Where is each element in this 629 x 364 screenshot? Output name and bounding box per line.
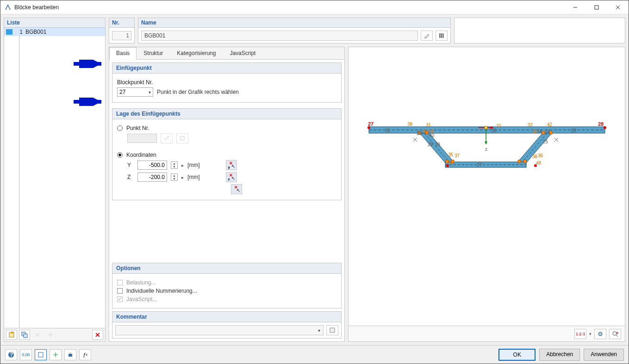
library-button[interactable] [436, 31, 448, 41]
pick-y-button[interactable]: ✕y↖ [226, 160, 237, 170]
dropdown-arrow-icon[interactable]: ▾ [589, 332, 592, 336]
tab-javascript[interactable]: JavaScript [223, 47, 262, 59]
pick-xy-button[interactable]: ✕↖ [231, 184, 242, 194]
svg-text:23: 23 [571, 128, 577, 133]
radio-koordinaten[interactable] [117, 152, 123, 158]
svg-rect-13 [181, 136, 184, 140]
svg-rect-42 [523, 160, 526, 163]
section-kommentar: Kommentar ▾ [112, 311, 342, 339]
svg-text:34: 34 [537, 129, 542, 134]
tabs: Basis Struktur Kategorisierung JavaScrip… [109, 47, 344, 60]
svg-text:32: 32 [528, 123, 533, 128]
svg-rect-7 [24, 334, 27, 338]
list-item-nr: 1 [15, 29, 23, 35]
y-input[interactable] [137, 160, 167, 170]
section-title-kommentar: Kommentar [112, 312, 341, 322]
view-mode-1-button[interactable] [35, 349, 47, 360]
graphic-toolbar: 1·2·3 ▾ [349, 326, 625, 341]
svg-rect-41 [518, 160, 521, 163]
name-header: Name [138, 18, 450, 28]
close-button[interactable] [607, 0, 629, 14]
svg-text:28: 28 [598, 121, 604, 127]
maximize-button[interactable] [586, 0, 607, 14]
tab-struktur[interactable]: Struktur [137, 47, 170, 59]
list-header: Liste [4, 18, 105, 28]
svg-text:29: 29 [428, 142, 433, 147]
z-input[interactable] [137, 173, 167, 182]
chevron-down-icon: ▾ [149, 90, 151, 95]
view-mode-3-button[interactable] [64, 349, 76, 360]
svg-text:?: ? [10, 352, 13, 358]
y-unit: [mm] [187, 162, 200, 168]
section-lage: Lage des Einfügepunkts Punkt Nr. [112, 108, 342, 200]
name-box: Name [138, 18, 451, 43]
list-body: 1 BGB001 [4, 28, 105, 328]
svg-text:33: 33 [492, 128, 497, 133]
units-button[interactable]: 0,00 [20, 349, 32, 360]
copy-item-button[interactable] [19, 330, 30, 340]
svg-rect-10 [439, 33, 441, 38]
pick-z-button[interactable]: ✕z↖ [226, 172, 237, 182]
minimize-button[interactable] [565, 0, 586, 14]
svg-text:33: 33 [532, 129, 538, 134]
svg-text:30: 30 [417, 131, 422, 136]
label-nummerierung[interactable]: Individuelle Nummerierung... [126, 288, 197, 294]
radio-punkt[interactable] [117, 125, 123, 131]
zoom-reset-button[interactable] [609, 329, 621, 339]
svg-text:38: 38 [532, 154, 538, 159]
svg-rect-14 [330, 328, 335, 333]
label-javascript: JavaScript... [126, 296, 157, 302]
section-title-lage: Lage des Einfügepunkts [112, 109, 341, 119]
toolbar-btn-4 [45, 330, 56, 340]
svg-marker-21 [485, 142, 487, 144]
punkt-nr-input [127, 134, 157, 143]
tree-line [19, 36, 19, 328]
svg-text:40: 40 [422, 129, 428, 134]
numbering-button[interactable]: 1·2·3 [574, 329, 586, 339]
svg-marker-23 [420, 133, 455, 163]
svg-line-74 [616, 335, 618, 337]
apply-button[interactable]: Anwenden [584, 349, 624, 361]
y-step-arrow[interactable]: ▸ [181, 163, 184, 168]
svg-text:42: 42 [547, 122, 553, 127]
svg-rect-82 [69, 354, 72, 357]
blockpunkt-dropdown[interactable]: 27 ▾ [117, 87, 153, 97]
delete-item-button[interactable]: ✕ [92, 330, 103, 340]
help-button[interactable]: ? [5, 349, 17, 360]
app-icon [4, 4, 12, 11]
checkbox-nummerierung[interactable] [117, 288, 123, 294]
cancel-button[interactable]: Abbrechen [539, 349, 580, 361]
svg-text:39: 39 [407, 122, 413, 127]
rename-button[interactable] [421, 31, 433, 41]
nr-input[interactable] [112, 31, 131, 40]
checkbox-belastung [117, 280, 123, 285]
blockpunkt-hint: Punkt in der Grafik rechts wählen [157, 89, 239, 95]
svg-text:★: ★ [10, 332, 15, 335]
tab-basis[interactable]: Basis [109, 47, 137, 60]
svg-text:31: 31 [385, 128, 391, 133]
svg-text:24: 24 [545, 129, 550, 134]
form-panel: Basis Struktur Kategorisierung JavaScrip… [109, 47, 345, 342]
svg-text:21: 21 [496, 123, 502, 129]
list-item[interactable]: 1 BGB001 [4, 28, 105, 36]
window-title: Blöcke bearbeiten [14, 4, 565, 11]
radio-punkt-label: Punkt Nr. [126, 125, 149, 131]
svg-rect-11 [441, 33, 442, 38]
view-button[interactable] [594, 329, 606, 339]
svg-text:41: 41 [429, 129, 434, 134]
kommentar-edit-button[interactable] [326, 325, 338, 335]
kommentar-combo[interactable]: ▾ [115, 325, 324, 335]
graphic-area[interactable]: z [349, 47, 625, 326]
nr-box: Nr. [109, 18, 135, 43]
z-step-arrow[interactable]: ▸ [181, 175, 184, 180]
tab-kategorisierung[interactable]: Kategorisierung [170, 47, 223, 59]
ok-button[interactable]: OK [498, 349, 536, 361]
y-spinner[interactable]: ▲▼ [171, 161, 178, 169]
view-mode-2-button[interactable] [50, 349, 62, 360]
svg-rect-79 [38, 352, 43, 357]
svg-rect-1 [595, 6, 598, 9]
z-spinner[interactable]: ▲▼ [171, 173, 178, 181]
name-input[interactable] [141, 31, 418, 41]
script-button[interactable]: ƒx [79, 349, 91, 360]
new-item-button[interactable]: ★ [6, 330, 17, 340]
